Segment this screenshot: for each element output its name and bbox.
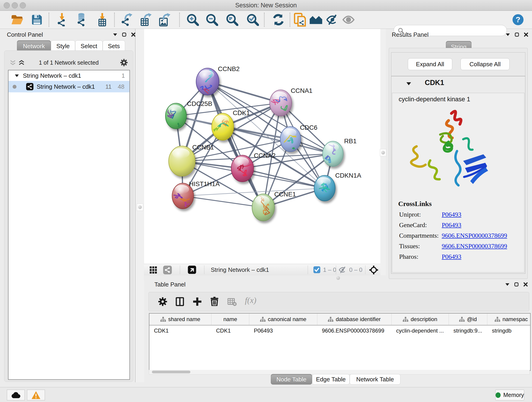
splitter-grip[interactable]: [137, 204, 143, 211]
import-table-from-file-button[interactable]: [96, 13, 109, 26]
help-button[interactable]: ?: [512, 14, 524, 26]
hidden-eye-slash-icon: [339, 267, 347, 273]
node-CCNE1[interactable]: [252, 194, 274, 221]
panel-float-icon[interactable]: [122, 32, 126, 37]
splitter-grip[interactable]: [380, 149, 386, 156]
panel-menu-caret-icon[interactable]: [506, 33, 510, 36]
collapse-all-button[interactable]: Collapse All: [461, 58, 510, 70]
node-table[interactable]: shared namenamecanonical namedatabase id…: [149, 313, 531, 371]
table-row[interactable]: CDK1CDK1P064939606.ENSP00000378699cyclin…: [149, 325, 531, 336]
crosslink-link[interactable]: 9606.ENSP00000378699: [442, 242, 507, 250]
control-panel: Control Panel Network Style Select Sets …: [2, 30, 135, 382]
tab-sets[interactable]: Sets: [103, 40, 125, 52]
network-view-canvas[interactable]: CCNB2CCNA1CDC25BCDK1CDC6RB1CCNB1CCNA2CDK…: [144, 29, 380, 264]
column-header-database-identifier[interactable]: database identifier: [317, 313, 392, 325]
vertical-splitter[interactable]: [380, 29, 386, 275]
network-collection-row[interactable]: String Network – cdk1 1: [8, 70, 129, 81]
export-table-button[interactable]: [139, 13, 152, 26]
export-image-button[interactable]: [158, 13, 171, 26]
new-network-from-selection-button[interactable]: [293, 13, 307, 26]
crosslink-link[interactable]: P06493: [442, 221, 462, 229]
scrollbar-thumb[interactable]: [152, 370, 190, 373]
show-all-button[interactable]: [342, 13, 355, 26]
node-CDKN1A[interactable]: [314, 175, 335, 201]
table-cell[interactable]: stringdb: [487, 325, 531, 336]
crosslink-link[interactable]: 9606.ENSP00000378699: [442, 232, 507, 239]
open-in-window-icon[interactable]: [188, 266, 196, 274]
tab-select[interactable]: Select: [75, 40, 103, 52]
selected-checkbox-icon[interactable]: [313, 266, 320, 273]
column-header-description[interactable]: description: [392, 313, 449, 325]
tab-node-table[interactable]: Node Table: [271, 374, 312, 385]
zoom-selected-button[interactable]: [246, 13, 259, 26]
zoom-in-button[interactable]: [186, 13, 199, 26]
zoom-fit-button[interactable]: [225, 13, 239, 26]
left-splitter[interactable]: [135, 29, 144, 382]
tab-network-table[interactable]: Network Table: [350, 374, 400, 385]
column-header-namespac[interactable]: namespac: [487, 313, 531, 325]
table-horizontal-scrollbar[interactable]: [149, 370, 530, 375]
delete-column-icon[interactable]: [210, 297, 218, 306]
table-cell[interactable]: P06493: [249, 325, 317, 336]
column-header--id[interactable]: @id: [449, 313, 487, 325]
cloud-status-button[interactable]: [7, 390, 25, 400]
warnings-button[interactable]: [27, 390, 45, 400]
panel-menu-caret-icon[interactable]: [113, 33, 117, 36]
network-options-gear-icon[interactable]: [120, 59, 128, 66]
column-header-name[interactable]: name: [211, 313, 249, 325]
node-CCNA1[interactable]: [269, 90, 292, 116]
show-columns-icon[interactable]: [176, 297, 184, 306]
first-neighbors-button[interactable]: [309, 13, 323, 26]
hide-selection-button[interactable]: [326, 13, 339, 26]
panel-close-icon[interactable]: [524, 282, 528, 287]
memory-button[interactable]: Memory: [495, 390, 524, 400]
apply-layout-refresh-button[interactable]: [272, 13, 285, 26]
network-row[interactable]: String Network – cdk1 11 48: [8, 81, 129, 92]
node-label: CDC6: [300, 124, 317, 131]
panel-float-icon[interactable]: [515, 32, 519, 37]
table-cell[interactable]: CDK1: [149, 325, 211, 336]
panel-menu-caret-icon[interactable]: [505, 283, 509, 286]
network-graph[interactable]: CCNB2CCNA1CDC25BCDK1CDC6RB1CCNB1CCNA2CDK…: [144, 29, 380, 264]
collection-expand-caret-icon[interactable]: [15, 75, 19, 77]
edge[interactable]: [183, 196, 263, 207]
network-tree: String Network – cdk1 1 String Network –…: [8, 70, 130, 380]
import-network-from-database-button[interactable]: [75, 13, 88, 26]
crosslink-link[interactable]: P06493: [442, 253, 462, 260]
column-header-canonical-name[interactable]: canonical name: [249, 313, 317, 325]
crosslink-link[interactable]: P06493: [442, 211, 462, 218]
birdseye-grid-icon[interactable]: [149, 266, 157, 274]
window-title: Session: New Session: [0, 2, 532, 9]
table-cell[interactable]: 9606.ENSP00000378699: [317, 325, 392, 336]
toolbar-separator: [290, 13, 290, 27]
crosshair-icon[interactable]: [369, 266, 378, 274]
expand-all-button[interactable]: Expand All: [408, 58, 452, 70]
zoom-out-button[interactable]: [205, 13, 219, 26]
column-header-shared-name[interactable]: shared name: [149, 313, 211, 325]
export-network-button[interactable]: [120, 13, 133, 26]
tab-style[interactable]: Style: [51, 40, 75, 52]
node-CDK1[interactable]: [212, 113, 234, 140]
table-cell[interactable]: cyclin-dependent ...: [392, 325, 449, 336]
table-cell[interactable]: stringdb:9...: [449, 325, 487, 336]
node-CCNB1[interactable]: [169, 146, 195, 176]
network-selection-status: 1 of 1 Network selected: [4, 59, 133, 66]
panel-float-icon[interactable]: [514, 282, 519, 287]
node-RB1[interactable]: [323, 141, 343, 166]
table-cell[interactable]: CDK1: [211, 325, 249, 336]
section-collapse-caret-icon[interactable]: [406, 82, 411, 85]
node-CCNB2[interactable]: [196, 68, 219, 96]
tab-network[interactable]: Network: [17, 40, 51, 52]
table-options-gear-icon[interactable]: [158, 297, 167, 306]
crosslink-label: Compartments:: [399, 232, 439, 239]
panel-close-icon[interactable]: [131, 32, 135, 37]
open-session-button[interactable]: [11, 13, 24, 26]
node-CDC25B[interactable]: [165, 103, 186, 131]
tab-edge-table[interactable]: Edge Table: [312, 374, 350, 385]
node-CCNA2[interactable]: [231, 155, 254, 182]
panel-close-icon[interactable]: [524, 32, 528, 37]
import-network-from-file-button[interactable]: [56, 13, 69, 26]
save-session-button[interactable]: [30, 13, 44, 26]
network-share-icon[interactable]: [163, 266, 172, 274]
add-column-icon[interactable]: [193, 298, 201, 306]
